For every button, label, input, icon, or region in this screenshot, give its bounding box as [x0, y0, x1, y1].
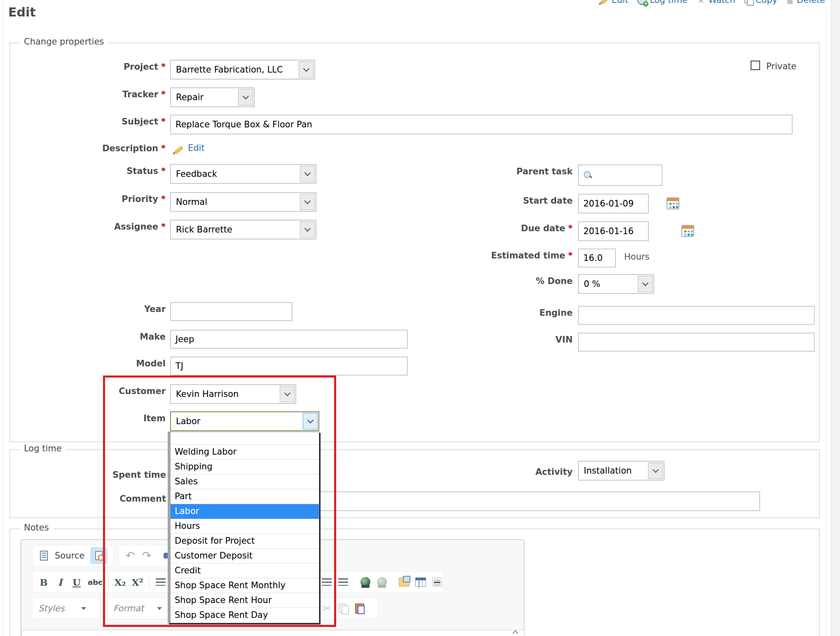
required-asterisk: * [161, 222, 166, 232]
private-checkbox[interactable] [751, 61, 760, 70]
dropdown-option[interactable]: Customer Deposit [171, 549, 319, 563]
underline-button[interactable]: U [71, 573, 82, 591]
start-date-input[interactable]: 2016-01-09 [578, 194, 649, 214]
customer-select[interactable]: Kevin Harrison [170, 384, 296, 404]
context-watch-link[interactable]: ★Watch [697, 0, 735, 5]
dropdown-option[interactable]: Hours [171, 519, 319, 534]
percent-done-label: % Done [536, 276, 573, 286]
superscript-icon: X² [132, 577, 143, 588]
styles-dropdown[interactable]: Styles [32, 598, 101, 619]
tracker-select-value: Repair [171, 88, 237, 106]
superscript-button[interactable]: X² [132, 573, 143, 591]
italic-button[interactable]: I [55, 573, 66, 591]
year-input[interactable] [170, 302, 292, 321]
status-select-value: Feedback [171, 165, 299, 183]
log-time-legend: Log time [20, 444, 66, 453]
dropdown-option[interactable] [171, 432, 319, 445]
context-log-time-label: Log time [650, 0, 688, 5]
dropdown-option[interactable]: Shop Space Rent Day [171, 608, 319, 623]
estimated-time-value: 16.0 [583, 253, 603, 263]
paste-button[interactable] [354, 600, 365, 617]
tracker-select[interactable]: Repair [170, 87, 255, 107]
notes-content-area[interactable] [21, 630, 524, 636]
dropdown-option[interactable]: Labor [171, 504, 319, 519]
subscript-button[interactable]: X₂ [115, 573, 126, 591]
format-label: Format [113, 603, 144, 613]
context-copy-link[interactable]: Copy [744, 0, 777, 5]
table-button[interactable] [415, 573, 426, 591]
undo-button[interactable]: ↶ [125, 547, 136, 564]
link-button[interactable] [360, 573, 371, 591]
assignee-select[interactable]: Rick Barrette [170, 220, 316, 239]
justify-button[interactable] [338, 573, 349, 591]
source-button[interactable] [38, 547, 49, 564]
toolbar-source-group: Source [32, 545, 114, 566]
bold-icon: B [40, 577, 47, 588]
dropdown-option[interactable]: Credit [171, 563, 319, 578]
model-input[interactable]: TJ [170, 357, 408, 375]
status-select[interactable]: Feedback [170, 164, 316, 184]
percent-done-select[interactable]: 0 % [578, 274, 654, 294]
cut-button[interactable]: ✂ [321, 600, 332, 617]
toolbar-separator [149, 576, 150, 588]
due-date-input[interactable]: 2016-01-16 [578, 221, 649, 241]
start-date-label: Start date [523, 196, 573, 206]
image-button[interactable] [399, 573, 409, 591]
model-label: Model [136, 359, 166, 368]
start-date-value: 2016-01-09 [583, 199, 634, 209]
item-select-value: Labor [171, 412, 302, 430]
vin-label: VIN [555, 335, 573, 345]
dropdown-option[interactable]: Sales [171, 474, 319, 489]
required-asterisk: * [161, 194, 166, 204]
required-asterisk: * [161, 166, 166, 176]
calendar-icon[interactable] [681, 225, 694, 237]
redo-button[interactable]: ↷ [141, 547, 152, 564]
estimated-time-input[interactable]: 16.0 [578, 249, 616, 268]
redo-icon: ↷ [142, 550, 152, 561]
copy-button[interactable] [338, 600, 349, 617]
context-delete-link[interactable]: Delete [786, 0, 825, 5]
format-dropdown[interactable]: Format [107, 598, 169, 619]
context-edit-link[interactable]: Edit [599, 0, 629, 5]
context-log-time-link[interactable]: Log time [637, 0, 688, 5]
dropdown-option[interactable]: Shipping [171, 460, 319, 474]
bold-button[interactable]: B [38, 573, 49, 591]
numbered-list-button[interactable] [155, 573, 166, 591]
percent-done-value: 0 % [579, 275, 637, 293]
priority-select[interactable]: Normal [170, 192, 316, 212]
estimated-time-label: Estimated time* [491, 251, 573, 261]
parent-task-label: Parent task [516, 167, 573, 176]
item-select[interactable]: Labor [170, 411, 319, 431]
horizontal-rule-icon [432, 577, 442, 587]
parent-task-input[interactable] [578, 164, 662, 186]
estimated-time-unit: Hours [624, 252, 650, 262]
scroll-up-icon[interactable] [513, 631, 517, 635]
engine-input[interactable] [578, 306, 815, 325]
subscript-icon: X₂ [115, 577, 126, 588]
activity-select[interactable]: Installation [578, 461, 665, 481]
vin-input[interactable] [578, 333, 815, 352]
dropdown-option[interactable]: Shop Space Rent Monthly [171, 578, 319, 593]
dropdown-option[interactable]: Part [171, 489, 319, 504]
dropdown-option[interactable]: Welding Labor [171, 445, 319, 460]
image-icon [399, 577, 409, 587]
spent-time-label: Spent time [112, 470, 166, 480]
strikethrough-button[interactable]: abc [88, 573, 103, 591]
subject-input[interactable]: Replace Torque Box & Floor Pan [170, 115, 793, 134]
unlink-button[interactable] [377, 573, 387, 591]
browser-scrollbar[interactable] [831, 0, 840, 636]
numbered-list-icon [156, 578, 166, 586]
toolbar-insert-group [315, 571, 444, 593]
blockquote-button[interactable] [321, 573, 332, 591]
chevron-down-icon [300, 221, 315, 238]
horizontal-rule-button[interactable] [432, 573, 442, 591]
project-select[interactable]: Barrette Fabrication, LLC [170, 60, 315, 80]
calendar-icon[interactable] [667, 197, 679, 209]
make-input[interactable]: Jeep [170, 330, 408, 349]
due-date-label: Due date* [521, 223, 573, 233]
dropdown-option[interactable]: Shop Space Rent Hour [171, 593, 319, 608]
clock-plus-icon [637, 0, 647, 5]
templates-button[interactable] [90, 547, 108, 564]
description-edit-link[interactable]: Edit [188, 143, 205, 153]
dropdown-option[interactable]: Deposit for Project [171, 534, 319, 549]
